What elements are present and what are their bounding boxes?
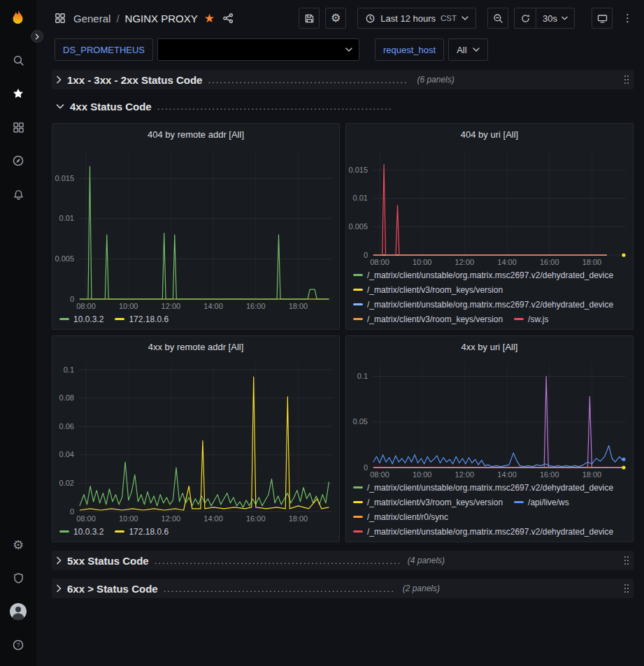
legend-item[interactable]: /_matrix/client/v3/room_keys/version: [353, 314, 503, 324]
sidebar-item-starred[interactable]: [4, 80, 32, 108]
sidebar-item-configuration[interactable]: ⚙: [4, 530, 32, 558]
zoom-out-icon: [493, 13, 503, 24]
sidebar-item-alerting[interactable]: [4, 180, 32, 208]
chevron-down-icon: [561, 16, 568, 20]
legend-row: /_matrix/client/r0/sync: [353, 509, 627, 524]
sidebar-item-help[interactable]: ?: [4, 631, 32, 659]
avatar: [9, 602, 27, 621]
dashboards-breadcrumb-icon-button[interactable]: [53, 11, 67, 25]
legend-item[interactable]: /_matrix/client/r0/sync: [353, 512, 448, 522]
sidebar-item-search[interactable]: [4, 46, 32, 74]
legend-item[interactable]: 10.0.3.2: [59, 314, 103, 324]
legend-item[interactable]: 172.18.0.6: [115, 527, 169, 537]
svg-text:18:00: 18:00: [582, 258, 602, 266]
series-color-mark: [353, 530, 363, 533]
svg-text:0: 0: [70, 295, 74, 303]
row-panel-count: (6 panels): [417, 75, 454, 85]
legend-item[interactable]: /_matrix/client/unstable/org.matrix.msc2…: [353, 300, 613, 310]
drag-handle-icon[interactable]: [624, 75, 629, 85]
refresh-interval-dropdown[interactable]: 30s: [536, 8, 574, 28]
chevron-down-icon: [345, 48, 352, 52]
legend-label: /_matrix/client/unstable/org.matrix.msc2…: [367, 483, 613, 493]
panel-title[interactable]: 4xx by remote addr [All]: [52, 336, 339, 357]
legend-item[interactable]: 172.18.0.6: [115, 314, 169, 324]
sidebar-item-dashboards[interactable]: [4, 113, 32, 141]
legend-item[interactable]: /api/live/ws: [514, 498, 569, 507]
variable-request-host-label[interactable]: request_host: [375, 38, 444, 61]
breadcrumb-folder[interactable]: General: [73, 13, 110, 24]
legend-item[interactable]: /_matrix/client/unstable/org.matrix.msc2…: [353, 483, 613, 493]
legend-label: /_matrix/client/unstable/org.matrix.msc2…: [367, 300, 613, 310]
svg-text:10:00: 10:00: [413, 470, 432, 479]
legend-item[interactable]: /_matrix/client/unstable/org.matrix.msc2…: [353, 527, 613, 537]
legend-label: /sw.js: [528, 314, 548, 324]
chevron-right-icon: [35, 34, 39, 40]
svg-text:0: 0: [70, 507, 74, 516]
time-range-picker[interactable]: Last 12 hours CST: [357, 8, 476, 29]
sidebar-item-server-admin[interactable]: [4, 564, 32, 592]
search-icon: [13, 55, 24, 66]
refresh-button[interactable]: [515, 8, 536, 28]
row-dotted-leader: ........................................…: [164, 584, 394, 594]
svg-text:0.04: 0.04: [59, 450, 74, 458]
legend-row: /_matrix/client/unstable/org.matrix.msc2…: [353, 480, 627, 495]
variable-datasource-label[interactable]: DS_PROMETHEUS: [55, 38, 153, 61]
breadcrumb-dashboard-title[interactable]: NGINX PROXY: [125, 13, 198, 24]
panel-title[interactable]: 4xx by uri [All]: [346, 336, 633, 357]
series-color-mark: [59, 318, 69, 320]
legend-item[interactable]: 10.0.3.2: [59, 527, 103, 537]
variable-request-host-value-dropdown[interactable]: All: [448, 38, 487, 61]
sidebar-expand-button[interactable]: [31, 30, 43, 43]
chevron-down-icon: [56, 103, 64, 109]
kebab-menu-icon[interactable]: ⋮: [620, 12, 636, 24]
panel-legend: /_matrix/client/unstable/org.matrix.msc2…: [346, 480, 633, 542]
svg-text:10:00: 10:00: [119, 302, 138, 310]
legend-item[interactable]: /_matrix/client/v3/room_keys/version: [353, 285, 503, 295]
legend-item[interactable]: /_matrix/client/unstable/org.matrix.msc2…: [353, 270, 613, 280]
breadcrumb: General / NGINX PROXY: [73, 13, 198, 24]
svg-text:08:00: 08:00: [76, 514, 96, 523]
sidebar-item-profile[interactable]: [4, 598, 32, 625]
dashboard-canvas: 1xx - 3xx - 2xx Status Code ............…: [36, 63, 644, 598]
svg-text:12:00: 12:00: [455, 258, 475, 266]
legend-item[interactable]: /sw.js: [514, 314, 548, 324]
legend-row: /_matrix/client/v3/room_keys/version/api…: [353, 495, 627, 509]
favorite-star-icon[interactable]: ★: [204, 13, 215, 24]
dashboard-row-1xx-3xx-2xx[interactable]: 1xx - 3xx - 2xx Status Code ............…: [52, 70, 634, 89]
svg-text:18:00: 18:00: [289, 514, 308, 523]
timeseries-chart-404-by-uri[interactable]: 08:0010:0012:0014:0016:0018:0000.0050.01…: [346, 145, 633, 268]
panel-title[interactable]: 404 by remote addr [All]: [52, 124, 339, 145]
timeseries-chart-404-by-remote-addr[interactable]: 08:0010:0012:0014:0016:0018:0000.0050.01…: [52, 145, 339, 312]
chevron-right-icon: [56, 584, 62, 593]
series-color-mark: [115, 530, 124, 533]
row-dotted-leader: ........................................…: [155, 556, 399, 566]
svg-text:18:00: 18:00: [289, 302, 308, 310]
dashboard-row-6xx[interactable]: 6xx > Status Code ......................…: [52, 579, 634, 598]
dashboard-row-4xx[interactable]: 4xx Status Code ........................…: [52, 96, 634, 116]
panel-title[interactable]: 404 by uri [All]: [346, 124, 633, 145]
legend-row: 10.0.3.2172.18.0.6: [59, 312, 334, 326]
series-color-mark: [353, 289, 363, 291]
dashboard-row-5xx[interactable]: 5xx Status Code ........................…: [52, 551, 634, 570]
refresh-controls: 30s: [514, 8, 575, 29]
series-color-mark: [115, 318, 124, 320]
row-title: 4xx Status Code: [70, 101, 152, 113]
save-dashboard-button[interactable]: [299, 8, 320, 29]
drag-handle-icon[interactable]: [624, 584, 629, 593]
monitor-icon: [597, 13, 608, 24]
zoom-out-button[interactable]: [487, 8, 508, 29]
svg-text:0.005: 0.005: [348, 222, 368, 231]
legend-label: /api/live/ws: [528, 498, 569, 507]
timeseries-chart-4xx-by-uri[interactable]: 08:0010:0012:0014:0016:0018:0000.050.1: [346, 357, 633, 480]
drag-handle-icon[interactable]: [624, 556, 629, 565]
timeseries-chart-4xx-by-remote-addr[interactable]: 08:0010:0012:0014:0016:0018:0000.020.040…: [52, 357, 339, 524]
sidebar-item-explore[interactable]: [4, 147, 32, 175]
dashboard-settings-button[interactable]: ⚙: [325, 8, 346, 29]
star-icon: [12, 87, 24, 100]
svg-text:0.1: 0.1: [357, 372, 368, 380]
share-button[interactable]: [221, 11, 235, 25]
cycle-view-mode-button[interactable]: [592, 8, 613, 29]
variable-datasource-value-dropdown[interactable]: [157, 38, 359, 61]
grafana-logo[interactable]: [4, 4, 32, 34]
legend-item[interactable]: /_matrix/client/v3/room_keys/version: [353, 498, 503, 507]
